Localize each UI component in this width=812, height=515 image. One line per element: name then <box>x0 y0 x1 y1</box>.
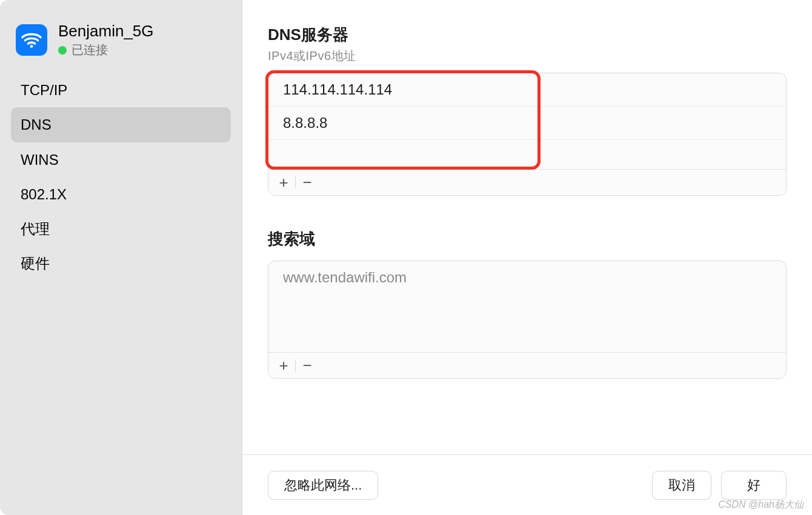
tab-wins[interactable]: WINS <box>11 142 231 177</box>
dns-section: DNS服务器 IPv4或IPv6地址 114.114.114.114 8.8.8… <box>268 24 787 196</box>
search-list-footer: + − <box>268 352 786 378</box>
tab-hardware[interactable]: 硬件 <box>11 246 231 281</box>
dns-rows: 114.114.114.114 8.8.8.8 <box>268 73 786 169</box>
dns-list-footer: + − <box>268 169 786 195</box>
sidebar: Benjamin_5G 已连接 TCP/IP DNS WINS 802.1X 代… <box>0 0 242 515</box>
remove-dns-button[interactable]: − <box>297 172 318 193</box>
add-dns-button[interactable]: + <box>273 172 294 193</box>
tab-dns[interactable]: DNS <box>11 107 231 142</box>
separator-icon <box>295 359 296 371</box>
dns-section-subtitle: IPv4或IPv6地址 <box>268 48 787 64</box>
main-panel: DNS服务器 IPv4或IPv6地址 114.114.114.114 8.8.8… <box>242 0 812 515</box>
search-domains-list[interactable]: www.tendawifi.com + − <box>268 261 787 379</box>
separator-icon <box>295 176 296 188</box>
dns-section-title: DNS服务器 <box>268 24 787 45</box>
dns-list-wrapper: 114.114.114.114 8.8.8.8 + − <box>268 73 787 196</box>
ok-button[interactable]: 好 <box>721 471 787 500</box>
search-domain-row[interactable]: www.tendawifi.com <box>268 261 786 294</box>
network-title-block: Benjamin_5G 已连接 <box>58 22 154 58</box>
search-domains-section: 搜索域 www.tendawifi.com + − <box>268 228 787 379</box>
tab-tcpip[interactable]: TCP/IP <box>11 73 231 107</box>
network-settings-window: Benjamin_5G 已连接 TCP/IP DNS WINS 802.1X 代… <box>0 0 812 515</box>
status-text: 已连接 <box>72 42 108 58</box>
tab-8021x[interactable]: 802.1X <box>11 177 231 211</box>
search-rows: www.tendawifi.com <box>268 261 786 352</box>
svg-point-0 <box>30 45 33 48</box>
button-group-right: 取消 好 <box>652 471 787 500</box>
wifi-icon <box>16 24 47 56</box>
sidebar-tab-list: TCP/IP DNS WINS 802.1X 代理 硬件 <box>11 73 231 281</box>
add-search-domain-button[interactable]: + <box>273 355 294 376</box>
dns-servers-list[interactable]: 114.114.114.114 8.8.8.8 + − <box>268 73 787 196</box>
remove-search-domain-button[interactable]: − <box>297 355 318 376</box>
watermark-text: CSDN @hah杨大仙 <box>718 499 804 511</box>
network-name: Benjamin_5G <box>58 22 154 41</box>
dns-server-row[interactable]: 8.8.8.8 <box>268 107 786 140</box>
dns-server-row[interactable]: 114.114.114.114 <box>268 73 786 107</box>
forget-network-button[interactable]: 忽略此网络... <box>268 471 378 500</box>
tab-proxy[interactable]: 代理 <box>11 211 231 246</box>
network-header: Benjamin_5G 已连接 <box>11 18 231 69</box>
search-section-title: 搜索域 <box>268 228 787 250</box>
cancel-button[interactable]: 取消 <box>652 471 711 500</box>
status-dot-icon <box>58 46 67 55</box>
network-status: 已连接 <box>58 42 154 58</box>
